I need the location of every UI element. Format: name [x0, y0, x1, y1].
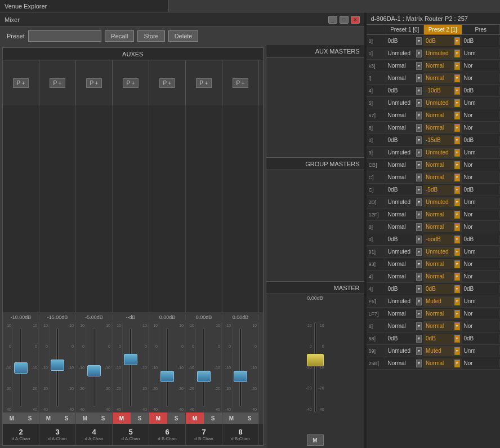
p-plus-button-6[interactable]: P +	[159, 78, 175, 88]
matrix-dropdown-p2[interactable]: ▼	[454, 223, 460, 231]
master-m-button[interactable]: M	[307, 434, 324, 446]
matrix-header-preset2[interactable]: Preset 2 [1]	[424, 25, 462, 34]
matrix-dropdown-p2[interactable]: ▼	[454, 124, 460, 132]
channel-name-strip-6[interactable]: 6d B:Chan	[149, 424, 186, 445]
matrix-dropdown-p2[interactable]: ▼	[454, 310, 460, 318]
maximize-button[interactable]: □	[340, 16, 349, 24]
matrix-dropdown-p2[interactable]: ▼	[454, 161, 460, 169]
matrix-dropdown-p1[interactable]: ▼	[416, 74, 422, 82]
matrix-dropdown-p2[interactable]: ▼	[454, 149, 460, 157]
matrix-dropdown-p1[interactable]: ▼	[416, 298, 422, 305]
s-button-3[interactable]: S	[57, 412, 75, 424]
matrix-dropdown-p2[interactable]: ▼	[454, 236, 460, 243]
m-button-7[interactable]: M	[186, 412, 204, 424]
matrix-dropdown-p2[interactable]: ▼	[454, 248, 460, 256]
fader-thumb-2[interactable]	[14, 362, 28, 374]
matrix-dropdown-p1[interactable]: ▼	[416, 347, 422, 355]
fader-thumb-6[interactable]	[160, 371, 174, 382]
matrix-dropdown-p2[interactable]: ▼	[454, 335, 460, 343]
matrix-dropdown-p1[interactable]: ▼	[416, 62, 422, 70]
matrix-dropdown-p2[interactable]: ▼	[454, 136, 460, 144]
matrix-dropdown-p1[interactable]: ▼	[416, 248, 422, 256]
matrix-dropdown-p1[interactable]: ▼	[416, 360, 422, 367]
matrix-dropdown-p2[interactable]: ▼	[454, 322, 460, 330]
matrix-dropdown-p1[interactable]: ▼	[416, 174, 422, 181]
matrix-dropdown-p1[interactable]: ▼	[416, 335, 422, 343]
matrix-dropdown-p2[interactable]: ▼	[454, 298, 460, 305]
p-plus-button-8[interactable]: P +	[233, 78, 248, 88]
fader-thumb-7[interactable]	[197, 371, 211, 382]
p-plus-button-7[interactable]: P +	[196, 78, 211, 88]
p-plus-button-5[interactable]: P +	[123, 78, 138, 88]
matrix-dropdown-p1[interactable]: ▼	[416, 260, 422, 268]
channel-name-strip-4[interactable]: 4d A:Chan	[76, 424, 113, 445]
matrix-dropdown-p2[interactable]: ▼	[454, 285, 460, 293]
matrix-dropdown-p2[interactable]: ▼	[454, 273, 460, 281]
matrix-dropdown-p2[interactable]: ▼	[454, 347, 460, 355]
channel-name-strip-3[interactable]: 3d A:Chan	[39, 424, 76, 445]
p-plus-button-4[interactable]: P +	[86, 78, 101, 88]
m-button-8[interactable]: M	[222, 412, 240, 424]
s-button-2[interactable]: S	[21, 412, 39, 424]
matrix-dropdown-p2[interactable]: ▼	[454, 62, 460, 70]
matrix-header-preset1[interactable]: Preset 1 [0]	[386, 25, 424, 34]
matrix-dropdown-p1[interactable]: ▼	[416, 310, 422, 318]
matrix-dropdown-p1[interactable]: ▼	[416, 236, 422, 243]
m-button-3[interactable]: M	[39, 412, 57, 424]
matrix-dropdown-p2[interactable]: ▼	[454, 99, 460, 107]
matrix-dropdown-p1[interactable]: ▼	[416, 186, 422, 194]
matrix-dropdown-p2[interactable]: ▼	[454, 112, 460, 119]
fader-thumb-8[interactable]	[234, 371, 247, 382]
matrix-dropdown-p2[interactable]: ▼	[454, 74, 460, 82]
matrix-dropdown-p1[interactable]: ▼	[416, 223, 422, 231]
fader-thumb-4[interactable]	[87, 365, 101, 376]
matrix-dropdown-p1[interactable]: ▼	[416, 211, 422, 219]
m-button-4[interactable]: M	[76, 412, 94, 424]
s-button-7[interactable]: S	[204, 412, 222, 424]
matrix-dropdown-p1[interactable]: ▼	[416, 112, 422, 119]
matrix-dropdown-p1[interactable]: ▼	[416, 285, 422, 293]
matrix-dropdown-p1[interactable]: ▼	[416, 124, 422, 132]
matrix-dropdown-p1[interactable]: ▼	[416, 50, 422, 57]
matrix-dropdown-p1[interactable]: ▼	[416, 99, 422, 107]
matrix-header-preset3[interactable]: Pres	[462, 25, 500, 34]
matrix-dropdown-p1[interactable]: ▼	[416, 87, 422, 95]
fader-thumb-5[interactable]	[124, 354, 137, 365]
s-button-5[interactable]: S	[131, 412, 149, 424]
matrix-content[interactable]: Preset 1 [0]Preset 2 [1]Pres0]0dB▼0dB▼0d…	[367, 25, 500, 448]
matrix-dropdown-p2[interactable]: ▼	[454, 174, 460, 181]
matrix-dropdown-p2[interactable]: ▼	[454, 37, 460, 45]
s-button-8[interactable]: S	[240, 412, 258, 424]
delete-button[interactable]: Delete	[168, 30, 199, 42]
matrix-dropdown-p2[interactable]: ▼	[454, 50, 460, 57]
s-button-6[interactable]: S	[167, 412, 185, 424]
matrix-dropdown-p1[interactable]: ▼	[416, 37, 422, 45]
matrix-dropdown-p2[interactable]: ▼	[454, 260, 460, 268]
matrix-dropdown-p1[interactable]: ▼	[416, 136, 422, 144]
channel-name-strip-2[interactable]: 2d A:Chan	[3, 424, 39, 445]
p-plus-button-3[interactable]: P +	[50, 78, 65, 88]
m-button-5[interactable]: M	[113, 412, 131, 424]
close-button[interactable]: ✕	[351, 16, 360, 24]
recall-button[interactable]: Recall	[105, 30, 135, 42]
s-button-4[interactable]: S	[94, 412, 112, 424]
m-button-2[interactable]: M	[3, 412, 21, 424]
store-button[interactable]: Store	[137, 30, 164, 42]
channel-name-strip-7[interactable]: 7d B:Chan	[186, 424, 222, 445]
matrix-dropdown-p1[interactable]: ▼	[416, 322, 422, 330]
m-button-6[interactable]: M	[149, 412, 167, 424]
preset-input[interactable]	[28, 30, 101, 42]
matrix-dropdown-p1[interactable]: ▼	[416, 161, 422, 169]
matrix-dropdown-p1[interactable]: ▼	[416, 149, 422, 157]
matrix-dropdown-p2[interactable]: ▼	[454, 87, 460, 95]
matrix-dropdown-p2[interactable]: ▼	[454, 211, 460, 219]
p-plus-button-2[interactable]: P +	[13, 78, 28, 88]
fader-thumb-3[interactable]	[51, 360, 64, 371]
minimize-button[interactable]: _	[328, 16, 337, 24]
matrix-dropdown-p2[interactable]: ▼	[454, 186, 460, 194]
channel-name-strip-8[interactable]: 8d B:Chan	[222, 424, 259, 445]
matrix-dropdown-p2[interactable]: ▼	[454, 198, 460, 206]
matrix-dropdown-p1[interactable]: ▼	[416, 198, 422, 206]
matrix-dropdown-p2[interactable]: ▼	[454, 360, 460, 367]
channel-name-strip-5[interactable]: 5d A:Chan	[113, 424, 149, 445]
